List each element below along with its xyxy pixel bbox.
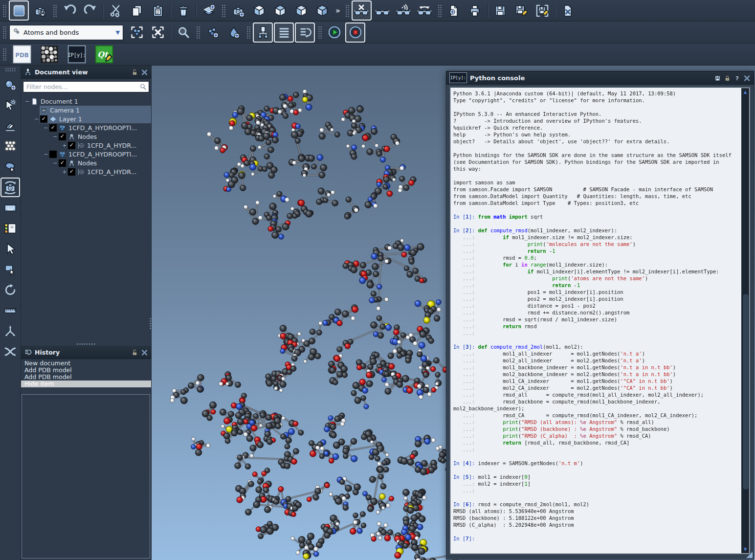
pointer-tool[interactable] <box>0 239 20 259</box>
print-button[interactable] <box>465 0 485 21</box>
document-view-lock-open-button[interactable] <box>131 68 138 76</box>
view-right-button[interactable] <box>312 0 332 21</box>
pointer-options-tool[interactable] <box>0 95 20 115</box>
view-back-button[interactable] <box>270 0 290 21</box>
toolbar-grip[interactable] <box>196 26 200 39</box>
close-document-button[interactable] <box>558 0 578 21</box>
qt-designer-button[interactable]: Qt <box>92 44 116 65</box>
history-item[interactable]: Add PDB model <box>21 374 151 381</box>
tree-row[interactable]: −✓1CFD_A_HYDROOPTI... <box>21 123 151 132</box>
toggle-document-view-button[interactable] <box>253 22 273 43</box>
eraser-tool[interactable] <box>0 116 20 135</box>
scroll-thumb[interactable] <box>742 293 749 490</box>
view-left-button[interactable] <box>291 0 311 21</box>
toggle-history-view-button[interactable] <box>274 22 294 43</box>
history-item[interactable]: New document <box>21 360 151 367</box>
visibility-checkbox[interactable]: ✓ <box>59 159 66 167</box>
stereo-sound-button[interactable] <box>394 0 414 21</box>
pdb-importer-button[interactable]: PDB <box>10 44 34 65</box>
select-visual-button[interactable] <box>127 22 147 43</box>
stereo-off-button[interactable] <box>352 0 372 21</box>
toolbar-grip[interactable] <box>2 48 7 61</box>
console-close-x-button[interactable] <box>743 74 751 82</box>
visibility-checkbox[interactable]: ✓ <box>49 124 57 132</box>
toolbar-grip[interactable] <box>2 26 7 39</box>
snapshot-save-button[interactable] <box>30 0 50 21</box>
tree-expander[interactable]: − <box>43 151 49 157</box>
tree-row[interactable]: −✓Nodes <box>21 132 151 141</box>
visibility-checkbox[interactable]: ✓ <box>68 168 75 176</box>
toolbar-grip[interactable] <box>246 26 251 39</box>
toolbar-grip[interactable] <box>222 4 226 17</box>
measure-tool[interactable] <box>0 301 20 320</box>
add-atom-tool[interactable] <box>0 75 20 94</box>
toolbar-grip[interactable] <box>318 26 322 39</box>
tree-expander[interactable]: − <box>24 98 31 105</box>
tree-row[interactable]: −✓Nodes <box>21 158 151 167</box>
tree-row[interactable]: +✓M1CFD_A_HYDR... <box>21 167 151 176</box>
keyboard-shortcuts-tool[interactable] <box>0 198 20 218</box>
console-help-button[interactable]: ? <box>733 74 741 82</box>
tree-row[interactable]: +✓M1CFD_A_HYDR... <box>21 141 151 150</box>
panel-splitter[interactable] <box>21 342 151 346</box>
tree-expander[interactable]: + <box>61 169 68 175</box>
tree-item-label[interactable]: 1CFD_A_HYDROOPTI... <box>68 151 137 158</box>
filter-nodes-input[interactable] <box>23 81 149 92</box>
stereo-swap-button[interactable] <box>415 0 435 21</box>
tree-item-label[interactable]: Document 1 <box>41 98 78 105</box>
python-console-titlebar[interactable]: IP[y]: Python console ? <box>446 71 754 85</box>
tree-item-label[interactable]: Layer 1 <box>59 115 82 123</box>
history-item[interactable]: Hide item <box>21 381 151 387</box>
toolbar-overflow-button[interactable]: » <box>333 6 343 15</box>
tree-expander[interactable]: − <box>52 160 59 166</box>
visual-model-select[interactable]: Atoms and bonds▼ <box>9 25 123 40</box>
tree-item-label[interactable]: Nodes <box>78 159 97 167</box>
toolbar-grip[interactable] <box>345 4 350 17</box>
history-close-x-button[interactable] <box>141 349 148 356</box>
visibility-checkbox[interactable]: ✓ <box>59 133 66 140</box>
tree-row[interactable]: −1CFD_A_HYDROOPTI... <box>21 150 151 158</box>
save-as-button[interactable] <box>511 0 532 21</box>
tree-expander[interactable]: − <box>33 116 40 122</box>
tree-item-label[interactable]: Camera 1 <box>50 107 80 114</box>
add-layer-button[interactable] <box>199 0 219 21</box>
console-scrollbar[interactable]: ▲ ▼ <box>741 88 749 553</box>
viewport-splitter-grip[interactable] <box>149 317 152 330</box>
tree-item-label[interactable]: Nodes <box>78 133 97 140</box>
python-console-button[interactable]: IP[y]: <box>65 44 89 65</box>
tree-row[interactable]: −Document 1 <box>21 97 151 106</box>
visual-preset-button[interactable] <box>9 0 29 21</box>
tree-expander[interactable]: − <box>43 125 49 131</box>
tree-item-label[interactable]: 1CFD_A_HYDROOPTI... <box>68 124 137 132</box>
history-lock-open-button[interactable] <box>131 349 138 356</box>
new-document-button[interactable] <box>444 0 464 21</box>
save-all-button[interactable] <box>533 0 553 21</box>
tree-row[interactable]: Camera 1 <box>21 106 151 114</box>
view-front-button[interactable] <box>249 0 269 21</box>
clear-selection-button[interactable] <box>148 22 168 43</box>
visibility-checkbox[interactable] <box>49 151 57 158</box>
undo-button[interactable] <box>59 0 79 21</box>
history-item[interactable]: Add PDB model <box>21 367 151 374</box>
add-node-button[interactable] <box>223 22 244 43</box>
console-output[interactable]: Python 3.6.1 |Anaconda custom (64-bit)| … <box>450 88 741 554</box>
camera-rotate-tool[interactable] <box>0 178 20 197</box>
toggle-log-view-button[interactable] <box>295 22 315 43</box>
console-body[interactable]: Python 3.6.1 |Anaconda custom (64-bit)| … <box>450 87 750 554</box>
toolbar-grip[interactable] <box>2 4 7 17</box>
rectangle-select-tool[interactable] <box>0 260 20 279</box>
stop-simulation-button[interactable] <box>345 22 365 43</box>
toolbar-grip[interactable] <box>53 4 57 17</box>
visibility-checkbox[interactable]: ✓ <box>68 142 75 149</box>
periodic-table-tool[interactable]: H <box>0 219 20 238</box>
save-button[interactable] <box>490 0 511 21</box>
tree-row[interactable]: −✓Layer 1 <box>21 114 151 123</box>
scroll-up-button[interactable]: ▲ <box>741 88 749 96</box>
tree-item-label[interactable]: 1CFD_A_HYDR... <box>87 142 136 149</box>
delete-button[interactable] <box>173 0 193 21</box>
paste-button[interactable] <box>148 0 168 21</box>
console-lock-closed-button[interactable] <box>724 74 731 82</box>
rotate-tool[interactable] <box>0 280 20 300</box>
copy-button[interactable] <box>127 0 147 21</box>
console-floppy-small-button[interactable] <box>714 74 721 82</box>
